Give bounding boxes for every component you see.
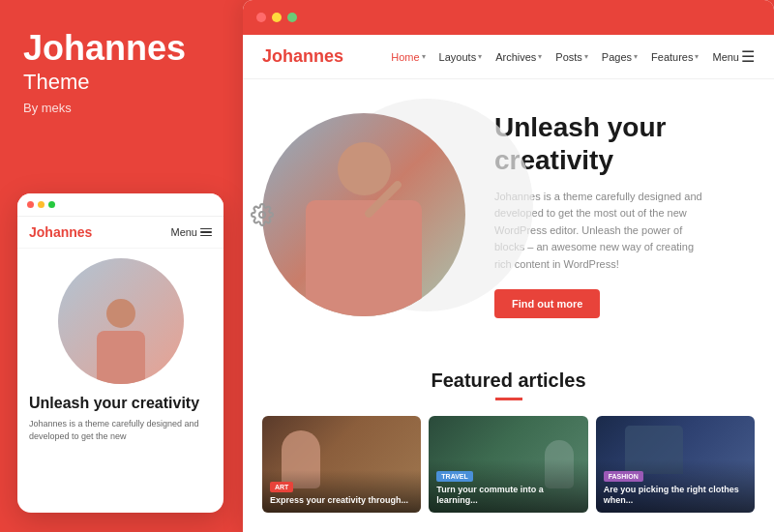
article-title-1: Express your creativity through... <box>270 495 413 507</box>
article-title-3: Are you picking the right clothes when..… <box>604 485 747 507</box>
mobile-menu[interactable]: Menu <box>170 226 212 238</box>
hero-person-figure <box>306 142 422 316</box>
hamburger-icon: ☰ <box>741 47 755 66</box>
brand-name: Johannes <box>23 29 216 68</box>
svg-point-0 <box>259 212 265 218</box>
nav-link-layouts[interactable]: Layouts ▾ <box>439 51 483 63</box>
chevron-down-icon: ▾ <box>538 52 542 61</box>
find-out-more-button[interactable]: Find out more <box>494 289 600 318</box>
mobile-hero-image <box>58 258 184 384</box>
article-title-2: Turn your commute into a learning... <box>436 485 580 507</box>
nav-link-features[interactable]: Features ▾ <box>651 51 699 63</box>
nav-link-posts[interactable]: Posts ▾ <box>555 51 588 63</box>
hero-image-circle <box>262 113 465 316</box>
article-card-1[interactable]: Art Express your creativity through... <box>262 416 421 513</box>
article-tag-2: Travel <box>436 471 472 482</box>
chevron-down-icon: ▾ <box>422 52 426 61</box>
article-card-3[interactable]: Fashion Are you picking the right clothe… <box>596 416 755 513</box>
hero-title: Unleash your creativity <box>494 111 745 176</box>
browser-dot-green <box>287 13 297 22</box>
article-overlay-1: Art Express your creativity through... <box>262 470 421 513</box>
desktop-nav-links: Home ▾ Layouts ▾ Archives ▾ Posts ▾ Page… <box>391 47 755 66</box>
article-overlay-3: Fashion Are you picking the right clothe… <box>596 459 755 513</box>
article-card-2[interactable]: Travel Turn your commute into a learning… <box>429 416 587 513</box>
mobile-dot-red <box>27 201 34 208</box>
featured-section: Featured articles Art Express your creat… <box>243 350 774 522</box>
nav-link-menu[interactable]: Menu ☰ <box>712 47 755 66</box>
desktop-nav: Johannes Home ▾ Layouts ▾ Archives ▾ Pos… <box>243 35 774 79</box>
browser-dot-red <box>256 13 266 22</box>
chevron-down-icon: ▾ <box>695 52 699 61</box>
settings-icon[interactable] <box>251 203 274 226</box>
browser-titlebar <box>243 0 774 35</box>
nav-link-archives[interactable]: Archives ▾ <box>495 51 542 63</box>
featured-divider <box>495 398 522 400</box>
mobile-person-figure <box>97 299 145 384</box>
article-tag-1: Art <box>270 482 293 492</box>
mobile-hero-title: Unleash your creativity <box>29 394 212 412</box>
brand-subtitle: Theme <box>23 70 216 95</box>
chevron-down-icon: ▾ <box>478 52 482 61</box>
mobile-hero-desc: Johannes is a theme carefully designed a… <box>29 418 212 442</box>
desktop-logo: Johannes <box>262 46 343 67</box>
chevron-down-icon: ▾ <box>584 52 588 61</box>
brand-by: By meks <box>23 101 216 115</box>
right-panel: Johannes Home ▾ Layouts ▾ Archives ▾ Pos… <box>243 0 774 532</box>
mobile-titlebar <box>17 193 223 217</box>
chevron-down-icon: ▾ <box>634 52 638 61</box>
featured-title: Featured articles <box>262 369 755 392</box>
nav-link-home[interactable]: Home ▾ <box>391 51 425 63</box>
article-overlay-2: Travel Turn your commute into a learning… <box>429 459 587 513</box>
article-tag-3: Fashion <box>604 471 643 482</box>
mobile-person-head <box>106 299 135 328</box>
mobile-preview-card: Johannes Menu Unleash your creativ <box>17 193 223 513</box>
hero-person-head <box>338 142 391 195</box>
articles-grid: Art Express your creativity through... T… <box>262 416 755 513</box>
hamburger-icon <box>200 228 212 237</box>
hero-person-body <box>306 200 422 316</box>
mobile-person-body <box>97 331 145 384</box>
nav-link-pages[interactable]: Pages ▾ <box>602 51 638 63</box>
mobile-nav: Johannes Menu <box>17 217 223 249</box>
browser-dot-yellow <box>272 13 282 22</box>
hero-section: Unleash your creativity Johannes is a th… <box>243 79 774 350</box>
mobile-dot-yellow <box>38 201 45 208</box>
mobile-logo: Johannes <box>29 224 92 240</box>
left-panel: Johannes Theme By meks Johannes Menu <box>0 0 239 532</box>
mobile-content: Unleash your creativity Johannes is a th… <box>17 394 223 452</box>
mobile-dot-green <box>48 201 55 208</box>
